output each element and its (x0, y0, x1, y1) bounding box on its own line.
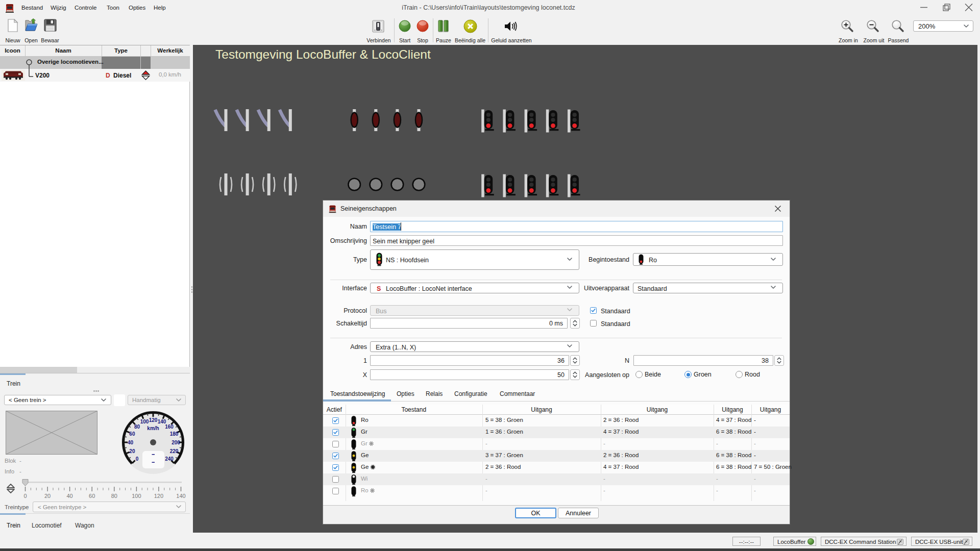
svg-text:180: 180 (170, 431, 179, 437)
svg-text:120: 120 (154, 493, 163, 499)
svg-text:0: 0 (136, 456, 139, 462)
svg-text:220: 220 (170, 448, 179, 454)
svg-text:20: 20 (129, 448, 135, 454)
svg-text:120: 120 (149, 417, 158, 423)
svg-text:40: 40 (128, 440, 134, 445)
svg-text:100: 100 (140, 419, 149, 424)
svg-text:0: 0 (23, 493, 27, 499)
svg-text:60: 60 (129, 431, 135, 437)
svg-text:160: 160 (165, 424, 174, 430)
svg-text:40: 40 (66, 493, 72, 499)
svg-text:80: 80 (111, 493, 117, 499)
svg-text:140: 140 (176, 493, 185, 499)
svg-text:80: 80 (134, 424, 140, 430)
svg-text:240: 240 (165, 456, 174, 462)
svg-text:200: 200 (172, 440, 180, 445)
svg-text:20: 20 (44, 493, 51, 499)
svg-text:km/h: km/h (147, 425, 159, 431)
svg-text:60: 60 (89, 493, 95, 499)
svg-text:100: 100 (132, 493, 141, 499)
